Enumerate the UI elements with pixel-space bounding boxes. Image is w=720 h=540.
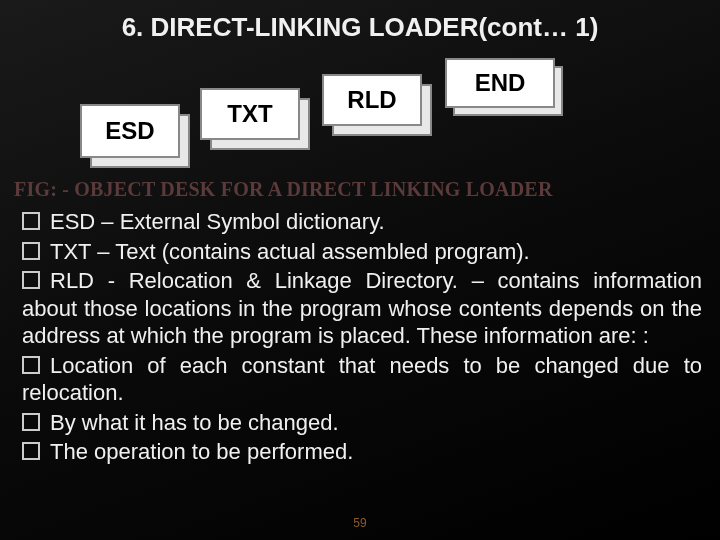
box-rld: RLD [322,74,422,126]
checkbox-icon [22,356,40,374]
checkbox-icon [22,242,40,260]
checkbox-icon [22,413,40,431]
bullet-text: ESD – External Symbol dictionary. [50,209,385,234]
box-rld-label: RLD [322,74,422,126]
list-item: By what it has to be changed. [22,409,702,437]
list-item: Location of each constant that needs to … [22,352,702,407]
box-txt: TXT [200,88,300,140]
checkbox-icon [22,212,40,230]
list-item: TXT – Text (contains actual assembled pr… [22,238,702,266]
box-end: END [445,58,555,108]
list-item: The operation to be performed. [22,438,702,466]
list-item: ESD – External Symbol dictionary. [22,208,702,236]
box-esd: ESD [80,104,180,158]
boxes-row: END RLD TXT ESD [50,58,670,158]
checkbox-icon [22,442,40,460]
figure-caption: FIG: - OBJECT DESK FOR A DIRECT LINKING … [14,178,553,201]
bullet-list: ESD – External Symbol dictionary. TXT – … [22,208,702,468]
box-txt-label: TXT [200,88,300,140]
bullet-text: TXT – Text (contains actual assembled pr… [50,239,530,264]
list-item: RLD - Relocation & Linkage Directory. – … [22,267,702,350]
bullet-text: The operation to be performed. [50,439,353,464]
page-number: 59 [0,516,720,530]
checkbox-icon [22,271,40,289]
bullet-text: Location of each constant that needs to … [22,353,702,406]
bullet-text: RLD - Relocation & Linkage Directory. – … [22,268,702,348]
slide-title: 6. DIRECT-LINKING LOADER(cont… 1) [0,12,720,43]
box-end-label: END [445,58,555,108]
box-esd-label: ESD [80,104,180,158]
slide: 6. DIRECT-LINKING LOADER(cont… 1) END RL… [0,0,720,540]
bullet-text: By what it has to be changed. [50,410,339,435]
